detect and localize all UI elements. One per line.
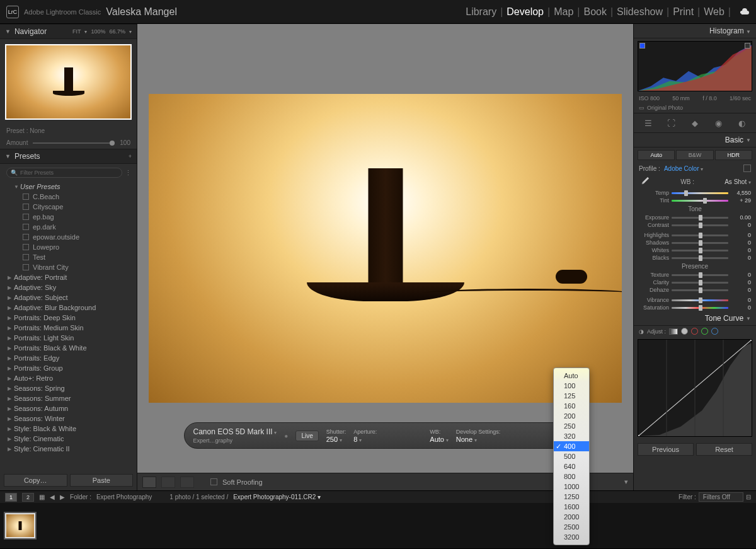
filter-select[interactable]: Filters Off	[699, 492, 743, 502]
crop-tool-icon[interactable]: ⛶	[666, 117, 677, 129]
highlight-clip-icon[interactable]	[745, 43, 750, 49]
tint-value[interactable]: + 29	[731, 197, 751, 204]
module-library[interactable]: Library	[466, 6, 496, 18]
texture-value[interactable]: 0	[731, 272, 751, 278]
next-photo-icon[interactable]: ▶	[60, 494, 65, 500]
preset-item[interactable]: ep.dark	[5, 222, 137, 232]
iso-option[interactable]: 800	[554, 471, 589, 482]
temp-value[interactable]: 4,550	[731, 190, 751, 196]
wb-preset[interactable]: As Shot ▾	[724, 178, 751, 185]
dehaze-slider[interactable]	[672, 289, 728, 291]
preset-group[interactable]: ▶ Seasons: Summer	[5, 393, 137, 403]
preset-group-user[interactable]: ▼User Presets	[5, 182, 137, 192]
camera-name[interactable]: Canon EOS 5D Mark III	[193, 427, 273, 436]
exposure-value[interactable]: 0.00	[731, 214, 751, 221]
copy-button[interactable]: Copy…	[4, 474, 67, 487]
saturation-value[interactable]: 0	[731, 304, 751, 311]
point-curve-icon[interactable]: ◑	[639, 328, 644, 335]
iso-option[interactable]: Auto	[554, 371, 589, 381]
iso-option[interactable]: 640	[554, 461, 589, 471]
clarity-slider[interactable]	[672, 282, 728, 284]
preset-group[interactable]: ▶ Style: Cinematic	[5, 434, 137, 444]
module-book[interactable]: Book	[583, 6, 606, 18]
treatment-bw[interactable]: B&W	[676, 150, 713, 160]
module-develop[interactable]: Develop	[507, 6, 544, 18]
iso-option[interactable]: 400	[554, 441, 589, 451]
preset-item[interactable]: C.Beach	[5, 192, 137, 202]
navigator-header[interactable]: ▼ Navigator FIT▾ 100% 66.7%▾	[0, 24, 137, 39]
aperture-value[interactable]: 8	[353, 436, 357, 443]
preset-group[interactable]: ▶ Adaptive: Blur Background	[5, 303, 137, 313]
wb-dropper-icon[interactable]	[639, 176, 650, 187]
highlights-slider[interactable]	[672, 234, 728, 236]
iso-option[interactable]: 100	[554, 381, 589, 391]
filmstrip[interactable]	[0, 503, 756, 548]
toolbar-menu-icon[interactable]: ▾	[624, 478, 628, 486]
iso-option[interactable]: 125	[554, 391, 589, 401]
amount-slider[interactable]	[33, 142, 115, 144]
iso-option[interactable]: 3200	[554, 532, 589, 542]
basic-header[interactable]: Basic▼	[634, 133, 756, 147]
blacks-slider[interactable]	[672, 257, 728, 259]
iso-option[interactable]: 320	[554, 431, 589, 441]
preset-group[interactable]: ▶ Style: Black & White	[5, 424, 137, 434]
curve-region-icon[interactable]	[669, 328, 678, 335]
nav-fit[interactable]: FIT	[72, 28, 81, 35]
saturation-slider[interactable]	[672, 307, 728, 309]
channel-red[interactable]	[691, 328, 698, 335]
clarity-value[interactable]: 0	[731, 279, 751, 286]
channel-all[interactable]	[681, 328, 688, 335]
iso-option[interactable]: 500	[554, 451, 589, 461]
preset-item[interactable]: ep.bag	[5, 212, 137, 222]
cloud-icon[interactable]	[738, 8, 750, 16]
treatment-hdr[interactable]: HDR	[715, 150, 752, 160]
highlights-value[interactable]: 0	[731, 232, 751, 238]
texture-slider[interactable]	[672, 274, 728, 276]
redeye-tool-icon[interactable]: ◉	[713, 117, 724, 129]
tint-slider[interactable]	[672, 200, 728, 202]
iso-option[interactable]: 200	[554, 411, 589, 421]
live-button[interactable]: Live	[295, 431, 318, 441]
filter-lock-icon[interactable]: ⊟	[746, 494, 751, 500]
profile-value[interactable]: Adobe Color ▾	[664, 165, 740, 172]
preset-group[interactable]: ▶ Seasons: Spring	[5, 383, 137, 393]
module-print[interactable]: Print	[673, 6, 694, 18]
preset-item[interactable]: Lowepro	[5, 242, 137, 252]
preset-options-icon[interactable]: ⋮	[125, 169, 132, 177]
add-preset-icon[interactable]: +	[129, 153, 132, 159]
preset-group[interactable]: ▶ Adaptive: Subject	[5, 292, 137, 303]
iso-option[interactable]: 2500	[554, 522, 589, 532]
shadows-slider[interactable]	[672, 242, 728, 244]
prev-photo-icon[interactable]: ◀	[50, 494, 55, 500]
whites-value[interactable]: 0	[731, 247, 751, 253]
preset-group[interactable]: ▶ Portraits: Deep Skin	[5, 313, 137, 323]
previous-button[interactable]: Previous	[638, 443, 694, 456]
channel-blue[interactable]	[711, 328, 718, 335]
presets-header[interactable]: ▼ Presets +	[0, 149, 137, 164]
tone-curve[interactable]	[638, 339, 752, 437]
folder-name[interactable]: Expert Photography	[96, 494, 152, 500]
preset-item[interactable]: epowar.outside	[5, 232, 137, 242]
reset-button[interactable]: Reset	[696, 443, 752, 456]
module-map[interactable]: Map	[554, 6, 573, 18]
preset-group[interactable]: ▶ Auto+: Retro	[5, 373, 137, 383]
wb-value[interactable]: Auto	[430, 436, 444, 443]
module-slideshow[interactable]: Slideshow	[617, 6, 663, 18]
compare-view-button[interactable]	[161, 477, 175, 488]
dehaze-value[interactable]: 0	[731, 287, 751, 293]
tone-curve-header[interactable]: Tone Curve▼	[634, 311, 756, 326]
whites-slider[interactable]	[672, 250, 728, 251]
shadows-value[interactable]: 0	[731, 240, 751, 246]
exposure-slider[interactable]	[672, 217, 728, 219]
preset-group[interactable]: ▶ Portraits: Medium Skin	[5, 323, 137, 333]
preset-group[interactable]: ▶ Adaptive: Portrait	[5, 272, 137, 282]
blacks-value[interactable]: 0	[731, 255, 751, 261]
temp-slider[interactable]	[672, 192, 728, 194]
file-name[interactable]: Expert Photography-011.CR2 ▾	[233, 494, 321, 500]
before-after-button[interactable]	[180, 477, 194, 488]
monitor-1-button[interactable]: 1	[5, 493, 17, 502]
iso-option[interactable]: 250	[554, 421, 589, 431]
thumbnail[interactable]	[5, 513, 35, 538]
preset-group[interactable]: ▶ Adaptive: Sky	[5, 282, 137, 292]
preset-item[interactable]: Test	[5, 252, 137, 262]
